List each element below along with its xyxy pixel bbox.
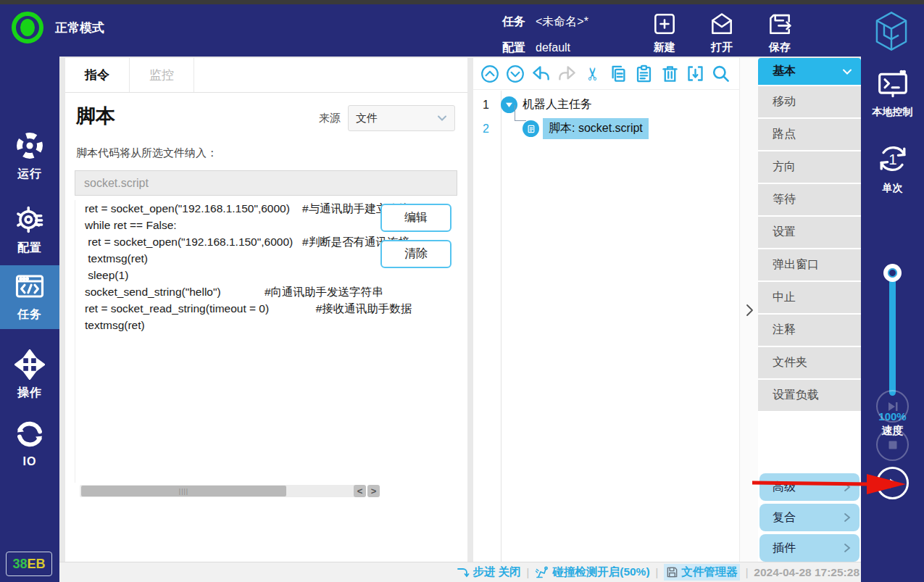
code-line: socket_send_string("hello") #向通讯助手发送字符串 — [75, 283, 457, 300]
run-target-icon — [14, 130, 45, 161]
config-value: default — [536, 35, 570, 61]
mode-indicator: 正常模式 — [12, 12, 104, 43]
source-select[interactable]: 文件 — [348, 105, 455, 131]
panel-spacer — [758, 412, 861, 473]
separator: | — [656, 567, 659, 578]
save-icon — [766, 10, 794, 38]
move-down-button[interactable] — [504, 63, 526, 85]
slider-track[interactable] — [889, 265, 896, 396]
sidebar-item-run[interactable]: 运行 — [0, 125, 59, 182]
stop-button[interactable] — [876, 428, 909, 461]
horizontal-scrollbar[interactable]: |||| — [80, 485, 364, 497]
scrollbar-thumb[interactable]: |||| — [81, 486, 286, 496]
scroll-right-button[interactable]: > — [367, 485, 380, 497]
instruction-payload[interactable]: 设置负载 — [758, 380, 861, 411]
control-sidebar: 本地控制 1 单次 100% 速度 — [861, 57, 924, 582]
clear-button[interactable]: 清除 — [380, 240, 451, 268]
category-advanced[interactable]: 高级 — [759, 473, 860, 501]
task-value: <未命名>* — [536, 9, 588, 35]
io-cycle-icon — [14, 419, 45, 449]
slider-knob[interactable] — [883, 264, 902, 282]
code-line: textmsg(ret) — [75, 317, 457, 333]
filename-field[interactable]: socket.script — [75, 170, 457, 196]
single-run-toggle[interactable]: 1 单次 — [861, 140, 924, 195]
mode-status-icon — [12, 12, 43, 43]
tree-row-main-task[interactable]: 1 机器人主任务 — [473, 93, 592, 117]
chevron-right-icon — [745, 304, 754, 317]
undo-button[interactable] — [530, 63, 552, 85]
task-info: 任务<未命名>* 配置default — [502, 9, 588, 61]
instruction-set[interactable]: 设置 — [758, 217, 861, 248]
collision-icon — [535, 565, 549, 579]
save-task-button[interactable]: 保存 — [754, 10, 805, 54]
tab-monitor[interactable]: 监控 — [130, 58, 194, 92]
instruction-direction[interactable]: 方向 — [758, 151, 861, 183]
script-panel: 指令 监控 脚本 来源 文件 脚本代码将从所选文件纳入： socket.scri… — [65, 58, 467, 562]
local-control-button[interactable]: 本地控制 — [861, 70, 924, 119]
edit-button[interactable]: 编辑 — [380, 204, 451, 232]
instruction-comment[interactable]: 注释 — [758, 315, 861, 346]
cut-button[interactable]: ✂ — [582, 63, 604, 85]
instruction-folder[interactable]: 文件夹 — [758, 347, 861, 378]
panel-expander[interactable] — [739, 58, 758, 562]
instruction-panel: 基本 移动 路点 方向 等待 设置 弹出窗口 中止 注释 文件夹 设置负载 高级… — [758, 58, 861, 562]
code-line: sleep(1) — [75, 267, 457, 283]
single-cycle-icon: 1 — [874, 140, 912, 178]
insert-button[interactable] — [685, 63, 707, 85]
tree-node-label: 机器人主任务 — [523, 97, 592, 112]
sidebar-item-task[interactable]: 任务 — [0, 265, 59, 329]
step-icon — [457, 566, 470, 579]
sidebar-item-config[interactable]: 配置 — [0, 199, 59, 256]
new-file-icon — [651, 10, 678, 38]
instruction-abort[interactable]: 中止 — [758, 282, 861, 313]
category-composite[interactable]: 复合 — [759, 504, 860, 531]
instruction-popup[interactable]: 弹出窗口 — [758, 249, 861, 280]
step-forward-button[interactable] — [876, 390, 909, 423]
line-number: 2 — [473, 122, 495, 136]
tab-instruction[interactable]: 指令 — [65, 58, 130, 92]
copy-button[interactable] — [607, 63, 629, 85]
chevron-right-icon — [844, 482, 851, 492]
status-badge: 38EB — [6, 552, 52, 576]
chevron-right-icon — [844, 543, 851, 553]
code-line: ret = socket_read_string(timeout = 0) #接… — [75, 300, 457, 317]
instruction-waypoint[interactable]: 路点 — [758, 119, 861, 150]
chevron-down-icon — [842, 68, 852, 75]
category-basic[interactable]: 基本 — [758, 58, 861, 85]
scroll-left-button[interactable]: < — [354, 485, 366, 497]
collision-detect-status[interactable]: 碰撞检测开启(50%) — [535, 565, 649, 580]
new-task-button[interactable]: 新建 — [639, 10, 690, 54]
separator: | — [746, 567, 749, 578]
tree-row-script[interactable]: 2 脚本: socket.script — [473, 117, 649, 141]
category-plugin[interactable]: 插件 — [759, 534, 860, 562]
step-mode-status[interactable]: 步进 关闭 — [457, 565, 520, 580]
terminal-icon — [875, 70, 910, 101]
source-label: 来源 — [319, 112, 341, 125]
delete-button[interactable] — [659, 63, 680, 85]
sidebar-item-io[interactable]: IO — [0, 413, 59, 468]
script-description: 脚本代码将从所选文件纳入： — [76, 146, 217, 160]
sidebar-item-operate[interactable]: 操作 — [0, 344, 59, 401]
gear-icon — [14, 204, 45, 235]
chevron-right-icon — [844, 512, 851, 523]
tree-node-label-selected: 脚本: socket.script — [543, 118, 649, 139]
code-window-icon — [13, 271, 46, 302]
speed-slider[interactable] — [861, 265, 924, 399]
redo-button[interactable] — [556, 63, 578, 85]
mode-label: 正常模式 — [55, 20, 104, 36]
paste-button[interactable] — [633, 63, 655, 85]
instruction-wait[interactable]: 等待 — [758, 184, 861, 215]
svg-text:1: 1 — [888, 151, 896, 167]
source-selected-value: 文件 — [356, 112, 378, 125]
file-manager-button[interactable]: 文件管理器 — [664, 564, 740, 581]
move-arrows-icon — [14, 349, 45, 380]
line-number: 1 — [473, 99, 495, 112]
search-icon[interactable] — [710, 63, 732, 85]
task-tree-panel: ✂ 1 机器人主任务 2 脚本: socket.script — [473, 58, 739, 562]
play-button[interactable] — [876, 467, 909, 499]
move-up-button[interactable] — [479, 63, 501, 85]
open-file-icon — [708, 10, 736, 38]
instruction-move[interactable]: 移动 — [758, 86, 861, 117]
open-task-button[interactable]: 打开 — [696, 10, 747, 54]
gutter-divider — [501, 91, 501, 562]
